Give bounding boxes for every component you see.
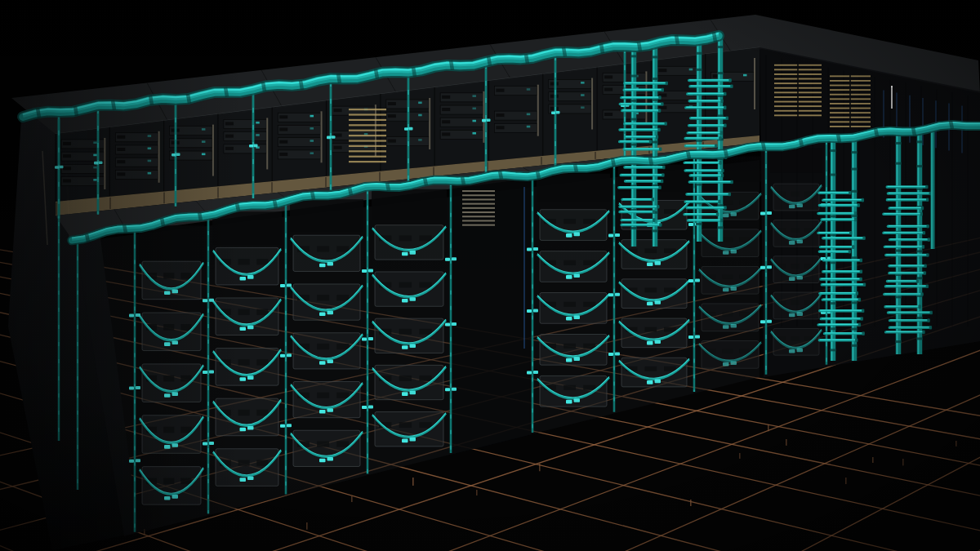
vignette — [0, 0, 980, 551]
datacenter-render-figure: 3D rendering of a supercomputer data cen… — [0, 0, 980, 551]
datacenter-3d-render — [0, 0, 980, 551]
